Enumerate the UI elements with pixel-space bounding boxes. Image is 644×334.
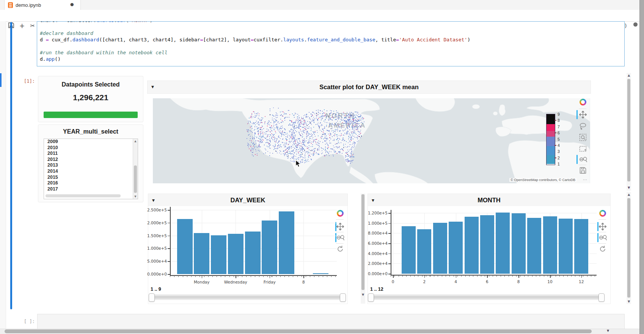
output-scrollbar-upper[interactable]: ▲ ▼ (627, 73, 631, 191)
lasso-select-tool-icon[interactable] (579, 122, 587, 130)
reset-tool-icon[interactable] (336, 245, 345, 253)
active-cell-gutter-mark (0, 73, 2, 87)
scrollbar-thumb[interactable] (361, 194, 364, 290)
y-axis (170, 207, 171, 276)
bar-month-11 (559, 219, 573, 274)
cut-icon[interactable]: ✂ (29, 22, 36, 29)
y-tick-label: 0.000e+0 (366, 271, 388, 276)
active-cell-indicator[interactable] (10, 22, 12, 309)
x-tick-label: 4 (439, 279, 473, 284)
toolbar-separator (579, 109, 586, 109)
output-scrollbar-lower[interactable]: ▲ ▼ (627, 192, 631, 304)
x-tick-label: 2 (407, 279, 441, 284)
scrollbar-thumb[interactable] (5, 329, 592, 333)
bar-month-7 (496, 213, 510, 274)
scroll-down-icon[interactable]: ▼ (133, 195, 138, 198)
scroll-down-icon[interactable]: ▼ (627, 186, 631, 189)
notebook-toolbar: + ✂ ▶ ■ ↻ ▶▶ Code Python 3 (ipykernel) (0, 10, 644, 22)
gridline (170, 223, 337, 223)
scroll-up-icon[interactable]: ▲ (627, 193, 631, 196)
inspect-tool-icon[interactable] (579, 156, 587, 163)
slider-handle-right[interactable] (340, 293, 346, 302)
bokeh-logo-icon[interactable] (599, 210, 606, 217)
execution-count: [1]: (20, 79, 35, 84)
inspect-tool-icon[interactable] (336, 234, 345, 241)
map-panel-header: ▼ Scatter plot for DAY_WEEK mean (147, 80, 591, 94)
legend-tick (554, 120, 556, 121)
kernel-status-icon (633, 22, 638, 27)
scroll-up-icon[interactable]: ▲ (133, 140, 138, 143)
panel-divider-scrollbar[interactable]: ▼ (361, 194, 365, 304)
bar-day_week-2 (194, 233, 209, 274)
year-option-2014[interactable]: 2014 (44, 169, 138, 175)
map-attribution: © OpenStreetMap contributors, © CartoDB (509, 178, 576, 182)
gridline (170, 210, 337, 210)
box-zoom-tool-icon[interactable] (579, 134, 587, 141)
datapoints-progress-bar (44, 112, 138, 118)
legend-tick-label: 4 (558, 143, 565, 148)
bar-month-12 (574, 219, 588, 274)
scroll-up-icon[interactable]: ▲ (627, 74, 631, 77)
slider-handle-left[interactable] (149, 293, 155, 302)
empty-code-cell[interactable] (37, 314, 625, 330)
mouse-cursor (295, 160, 301, 168)
year-list-hscrollbar[interactable] (46, 194, 121, 197)
year-option-2009[interactable]: 2009 (44, 139, 138, 145)
active-tool-indicator (597, 233, 598, 242)
scroll-down-icon[interactable]: ▼ (627, 300, 631, 303)
active-tool-indicator (597, 222, 598, 231)
legend-tick (554, 145, 556, 146)
toolbar-separator (336, 243, 344, 244)
day-week-range-slider[interactable] (149, 295, 346, 300)
bar-day_week-1 (177, 219, 193, 274)
pan-tool-icon[interactable] (579, 111, 587, 118)
year-option-2012[interactable]: 2012 (44, 157, 138, 163)
slider-handle-left[interactable] (368, 293, 374, 302)
slider-handle-right[interactable] (598, 293, 605, 302)
bar-month-8 (512, 213, 526, 274)
box-select-tool-icon[interactable] (579, 145, 587, 153)
pan-tool-icon[interactable] (599, 223, 607, 230)
year-list-scrollbar[interactable]: ▲ ▼ (133, 139, 138, 199)
add-cell-icon[interactable]: + (18, 22, 26, 29)
code-cell[interactable]: chart4 = cuxfilter.charts.bar('MONTH') #… (37, 21, 625, 66)
inspect-tool-icon[interactable] (599, 234, 607, 241)
legend-tick-label: 1 (558, 162, 565, 166)
year-option-2015[interactable]: 2015 (44, 175, 138, 181)
gridline (391, 274, 597, 274)
year-multiselect-list[interactable]: 200920102011201220132014201520162017 ▲ ▼ (44, 139, 138, 199)
year-option-2017[interactable]: 2017 (44, 186, 138, 192)
save-plot-tool-icon[interactable] (580, 167, 588, 175)
month-range-slider[interactable] (368, 295, 605, 300)
tab-demo-ipynb[interactable]: demo.ipynb ● (4, 0, 81, 10)
bar-day_week-9 (313, 273, 328, 274)
code-editor[interactable]: chart4 = cuxfilter.charts.bar('MONTH') #… (40, 21, 470, 62)
toolbar-separator (336, 232, 344, 232)
datapoints-title: Datapoints Selected (38, 81, 143, 88)
bokeh-logo-icon[interactable] (337, 210, 344, 217)
x-tick-label: 10 (533, 279, 567, 284)
pan-tool-icon[interactable] (336, 223, 345, 230)
scrollbar-thumb[interactable] (134, 165, 137, 193)
bokeh-logo-icon[interactable] (580, 99, 586, 106)
reset-tool-icon[interactable] (599, 245, 607, 253)
legend-segment (547, 137, 555, 147)
browser-scrollbar[interactable] (639, 0, 644, 334)
year-option-2010[interactable]: 2010 (44, 145, 138, 151)
bar-day_week-6 (262, 221, 277, 274)
year-option-2016[interactable]: 2016 (44, 180, 138, 186)
scrollbar-thumb[interactable] (627, 198, 630, 298)
legend-segment (547, 131, 555, 137)
y-tick-label: 5.000e+4 (145, 259, 167, 263)
gridline (303, 210, 304, 274)
x-tick-label: Monday (185, 280, 219, 284)
scroll-down-icon[interactable]: ▼ (361, 293, 365, 296)
year-option-2013[interactable]: 2013 (44, 162, 138, 169)
scrollbar-thumb[interactable] (627, 79, 630, 181)
year-option-2011[interactable]: 2011 (44, 151, 138, 157)
y-tick-label: 4.000e+4 (366, 251, 388, 256)
active-tool-indicator (576, 155, 578, 164)
map-chart[interactable]: NORTH AMERICA 987654321 © OpenStreetMap … (153, 98, 590, 183)
x-tick-label: 8 (286, 280, 320, 284)
notebook-left-gutter (0, 21, 6, 329)
